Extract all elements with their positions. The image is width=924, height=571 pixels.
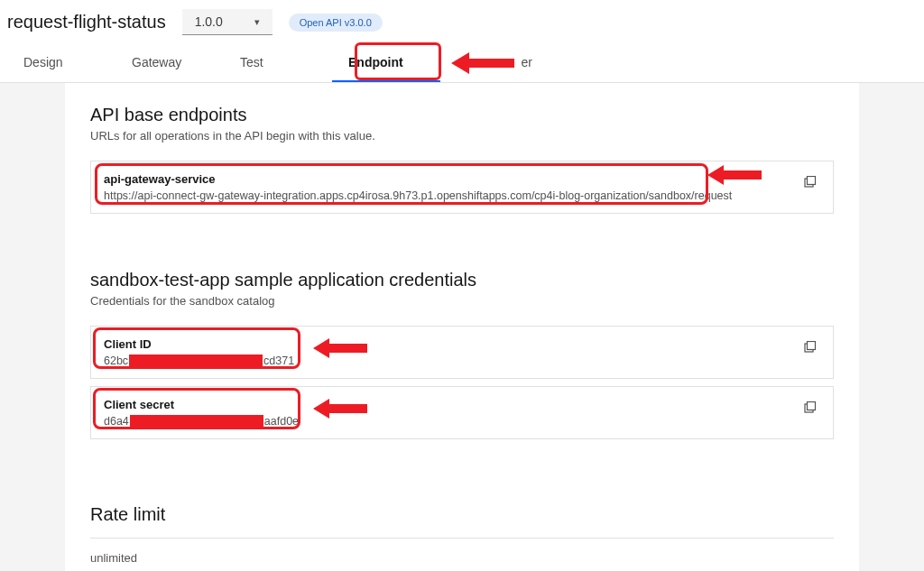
- tab-gateway[interactable]: Gateway: [116, 44, 224, 82]
- rate-limit-value: unlimited: [90, 538, 834, 571]
- endpoints-section: API base endpoints URLs for all operatio…: [90, 105, 834, 214]
- client-secret-value: d6a4 aafd0e: [104, 415, 299, 428]
- redaction-bar: [130, 415, 263, 428]
- credentials-section: sandbox-test-app sample application cred…: [90, 270, 834, 439]
- client-secret-content: Client secret d6a4 aafd0e: [104, 398, 790, 428]
- gateway-label: api-gateway-service: [104, 172, 790, 186]
- tab-test[interactable]: Test: [224, 44, 332, 82]
- copy-client-id-button[interactable]: [799, 337, 820, 359]
- copy-client-secret-button[interactable]: [799, 398, 820, 419]
- endpoints-desc: URLs for all operations in the API begin…: [90, 129, 834, 143]
- page-header: request-flight-status 1.0.0 ▾ Open API v…: [0, 0, 924, 44]
- rate-limit-section: Rate limit unlimited: [90, 504, 834, 571]
- client-id-label: Client ID: [104, 337, 790, 351]
- chevron-down-icon: ▾: [254, 16, 260, 28]
- rate-limit-title: Rate limit: [90, 504, 834, 525]
- content-panel: API base endpoints URLs for all operatio…: [65, 83, 859, 571]
- client-id-prefix: 62bc: [104, 355, 128, 367]
- gateway-content: api-gateway-service https://api-connect-…: [104, 172, 790, 202]
- client-secret-box: Client secret d6a4 aafd0e: [90, 386, 834, 439]
- version-value: 1.0.0: [195, 14, 223, 29]
- svg-rect-8: [808, 402, 816, 410]
- copy-icon: [802, 401, 817, 416]
- svg-rect-5: [808, 342, 816, 350]
- copy-icon: [802, 341, 817, 355]
- client-id-value: 62bc cd371: [104, 355, 294, 367]
- client-secret-suffix: aafd0e: [264, 415, 299, 428]
- gateway-endpoint-box: api-gateway-service https://api-connect-…: [90, 161, 834, 214]
- endpoints-title: API base endpoints: [90, 105, 834, 125]
- tab-design[interactable]: Design: [7, 44, 116, 82]
- gateway-url: https://api-connect-gw-gateway-integrati…: [104, 189, 732, 202]
- open-api-badge: Open API v3.0.0: [289, 14, 383, 32]
- client-secret-prefix: d6a4: [104, 415, 129, 428]
- client-id-content: Client ID 62bc cd371: [104, 337, 790, 367]
- credentials-desc: Credentials for the sandbox catalog: [90, 294, 834, 308]
- tabs-row: Design Gateway Test Endpoint er: [0, 44, 924, 83]
- client-id-suffix: cd371: [263, 355, 294, 367]
- body-area: API base endpoints URLs for all operatio…: [0, 83, 924, 571]
- svg-rect-2: [808, 177, 816, 185]
- api-title: request-flight-status: [7, 12, 166, 32]
- redaction-bar: [129, 355, 263, 367]
- copy-gateway-button[interactable]: [799, 172, 820, 194]
- tab-truncated[interactable]: er: [440, 44, 549, 82]
- client-id-box: Client ID 62bc cd371: [90, 326, 834, 379]
- copy-icon: [802, 176, 817, 190]
- version-dropdown[interactable]: 1.0.0 ▾: [182, 9, 273, 35]
- client-secret-label: Client secret: [104, 398, 790, 411]
- tab-endpoint[interactable]: Endpoint: [332, 44, 440, 82]
- credentials-title: sandbox-test-app sample application cred…: [90, 270, 834, 290]
